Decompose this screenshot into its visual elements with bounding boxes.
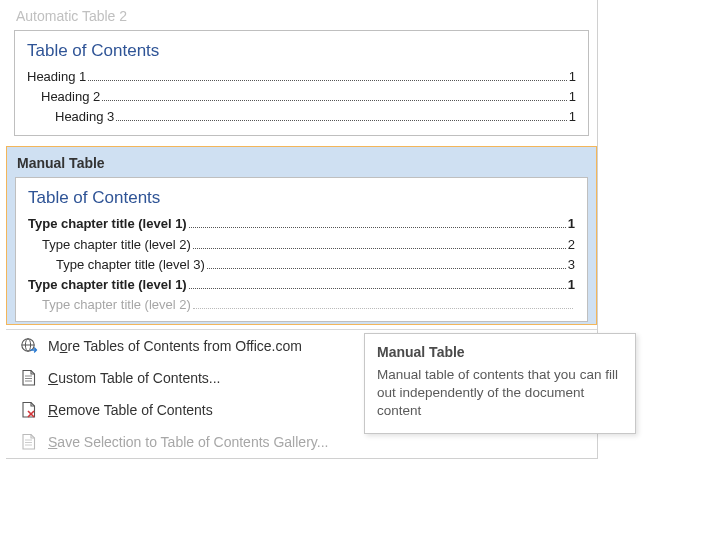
document-lines-icon (20, 369, 38, 387)
document-lines-icon (20, 433, 38, 451)
toc-row-label: Type chapter title (level 2) (42, 235, 191, 255)
toc-row: Type chapter title (level 1) 1 (28, 275, 575, 295)
toc-row-page: 1 (569, 87, 576, 107)
toc-row-page: 2 (568, 235, 575, 255)
document-remove-icon (20, 401, 38, 419)
toc-row-page: 1 (569, 107, 576, 127)
menu-label: Save Selection to Table of Contents Gall… (48, 434, 328, 450)
tooltip-body: Manual table of contents that you can fi… (377, 366, 623, 421)
toc-leader (193, 308, 573, 309)
toc-row: Heading 3 1 (27, 107, 576, 127)
toc-row-page: 1 (569, 67, 576, 87)
toc-row: Heading 2 1 (27, 87, 576, 107)
menu-label: More Tables of Contents from Office.com (48, 338, 302, 354)
toc-leader (207, 268, 566, 269)
toc-row-label: Type chapter title (level 3) (56, 255, 205, 275)
toc-row: Type chapter title (level 1) 1 (28, 214, 575, 234)
toc-leader (189, 288, 566, 289)
gallery-item-manual-table[interactable]: Manual Table Table of Contents Type chap… (6, 146, 597, 325)
toc-leader (116, 120, 566, 121)
menu-label: Remove Table of Contents (48, 402, 213, 418)
toc-row-page: 1 (568, 275, 575, 295)
toc-leader (88, 80, 566, 81)
toc-heading: Table of Contents (27, 41, 576, 61)
toc-row-label: Type chapter title (level 2) (42, 295, 191, 315)
gallery-item-title: Manual Table (15, 153, 588, 177)
toc-row-page: 3 (568, 255, 575, 275)
gallery-item-automatic-table-2[interactable]: Automatic Table 2 Table of Contents Head… (6, 0, 597, 136)
toc-row: Heading 1 1 (27, 67, 576, 87)
preview-automatic-table-2: Table of Contents Heading 1 1 Heading 2 … (14, 30, 589, 136)
globe-online-icon (20, 337, 38, 355)
toc-row-label: Heading 3 (55, 107, 114, 127)
toc-row-label: Heading 2 (41, 87, 100, 107)
toc-leader (189, 227, 566, 228)
tooltip-manual-table: Manual Table Manual table of contents th… (364, 333, 636, 434)
toc-row: Type chapter title (level 2) 2 (28, 235, 575, 255)
preview-manual-table: Table of Contents Type chapter title (le… (15, 177, 588, 322)
toc-leader (102, 100, 566, 101)
toc-row-page: 1 (568, 214, 575, 234)
toc-row: Type chapter title (level 2) (28, 295, 575, 315)
toc-row-label: Type chapter title (level 1) (28, 214, 187, 234)
toc-row: Type chapter title (level 3) 3 (28, 255, 575, 275)
toc-heading: Table of Contents (28, 188, 575, 208)
toc-row-label: Type chapter title (level 1) (28, 275, 187, 295)
tooltip-title: Manual Table (377, 344, 623, 360)
gallery-item-title: Automatic Table 2 (14, 6, 589, 30)
menu-label: Custom Table of Contents... (48, 370, 221, 386)
toc-row-label: Heading 1 (27, 67, 86, 87)
toc-leader (193, 248, 566, 249)
